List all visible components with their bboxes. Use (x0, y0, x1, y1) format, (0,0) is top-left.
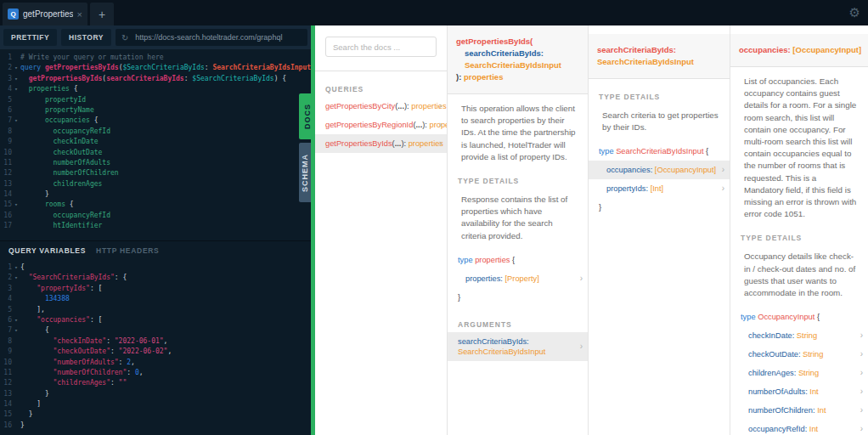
code-line: 17 htIdentifier (0, 221, 311, 231)
fold-arrow-icon[interactable]: ▾ (12, 63, 20, 73)
line-number: 3 (0, 74, 12, 84)
fold-arrow-icon[interactable]: ▾ (12, 116, 20, 126)
type-declaration: type OccupancyInput { (730, 308, 868, 326)
schema-side-tab[interactable]: SCHEMA (299, 143, 311, 202)
docs-search-input[interactable] (325, 37, 437, 57)
editor-panel: PRETTIFY HISTORY ↻ 1# Write your query o… (0, 25, 311, 435)
code-line: 9 "checkOutDate": "2022-06-02", (0, 347, 311, 357)
query-type-badge: Q (8, 8, 19, 20)
gutter-spacer (12, 368, 20, 378)
line-number: 16 (0, 211, 12, 221)
line-number: 14 (0, 399, 12, 410)
line-number: 1 (0, 53, 12, 63)
type-field-row[interactable]: propertyIds: [Int]› (589, 179, 730, 198)
fold-arrow-icon[interactable]: ▾ (12, 325, 20, 336)
gutter-spacer (12, 127, 20, 137)
chevron-right-icon: › (860, 424, 863, 434)
doc-column-operation: getPropertiesByIds(searchCriteriaByIds:S… (448, 25, 589, 435)
query-tab[interactable]: Q getPropertiesByIds × (3, 3, 87, 25)
line-number: 2 (0, 273, 12, 283)
gutter-spacer (12, 137, 20, 147)
line-number: 13 (0, 179, 12, 189)
code-line: 11 numberOfAdults (0, 158, 311, 168)
tab-close-icon[interactable]: × (77, 9, 82, 20)
line-number: 8 (0, 336, 12, 347)
chevron-right-icon: › (860, 405, 863, 415)
code-line: 16 occupancyRefId (0, 211, 311, 221)
new-tab-button[interactable]: + (90, 3, 114, 25)
fold-arrow-icon[interactable]: ▾ (12, 84, 20, 94)
settings-gear-icon[interactable]: ⚙ (849, 4, 860, 21)
query-editor[interactable]: 1# Write your query or mutation here2▾qu… (0, 49, 311, 244)
tab-http-headers[interactable]: HTTP HEADERS (96, 246, 159, 255)
code-line: 2▾query getPropertiesByIds($SearchCriter… (0, 63, 311, 73)
prettify-button[interactable]: PRETTIFY (3, 29, 57, 46)
code-line: 5 ], (0, 305, 311, 315)
reload-icon[interactable]: ↻ (121, 33, 128, 42)
chevron-right-icon: › (722, 165, 724, 175)
query-list-item[interactable]: getPropertiesByIds(...): properties› (315, 134, 447, 153)
code-line: 6▾ "occupancies": [ (0, 315, 311, 325)
fold-arrow-icon[interactable]: ▾ (12, 74, 20, 84)
doc-column-argument: searchCriteriaByIds:SearchCriteriaByIdsI… (589, 25, 730, 435)
gutter-spacer (12, 179, 20, 189)
code-line: 4▾ properties { (0, 84, 311, 94)
description-text: Response contains the list of properties… (461, 194, 578, 242)
variables-editor[interactable]: 1▾{2▾ "SearchCriteriaByIds": {3 "propert… (0, 259, 311, 431)
type-close-brace: } (448, 288, 588, 307)
tab-query-variables[interactable]: QUERY VARIABLES (8, 246, 86, 255)
line-number: 13 (0, 389, 12, 399)
history-button[interactable]: HISTORY (61, 29, 111, 46)
type-field-row[interactable]: checkOutDate: String› (730, 345, 868, 364)
gutter-spacer (12, 378, 20, 388)
type-field-row[interactable]: numberOfAdults: Int› (730, 382, 868, 401)
gutter-spacer (12, 211, 20, 221)
docs-side-tab[interactable]: DOCS (299, 93, 315, 139)
type-field-row[interactable]: checkInDate: String› (730, 326, 868, 345)
code-line: 3▾ getPropertiesByIds(searchCriteriaById… (0, 74, 311, 84)
line-number: 12 (0, 378, 12, 388)
fold-arrow-icon[interactable]: ▾ (12, 315, 20, 325)
doc-column-root: QUERIESgetPropertiesByCity(...): propert… (315, 25, 448, 435)
code-line: 11 "numberOfChildren": 0, (0, 368, 311, 378)
line-number: 12 (0, 168, 12, 178)
gutter-spacer (12, 221, 20, 231)
line-number: 14 (0, 189, 12, 200)
line-number: 11 (0, 158, 12, 168)
line-number: 3 (0, 284, 12, 294)
gutter-spacer (12, 105, 20, 116)
line-number: 10 (0, 148, 12, 158)
type-field-row[interactable]: properties: [Property]› (448, 269, 588, 288)
gutter-spacer (12, 358, 20, 368)
type-field-row[interactable]: occupancies: [OccupancyInput]› (589, 161, 730, 179)
gutter-spacer (12, 168, 20, 178)
type-field-row[interactable]: numberOfChildren: Int› (730, 401, 868, 420)
line-number: 2 (0, 63, 12, 73)
line-number: 5 (0, 305, 12, 315)
docs-explorer: QUERIESgetPropertiesByCity(...): propert… (315, 25, 868, 435)
fold-arrow-icon[interactable]: ▾ (12, 273, 20, 283)
code-line: 15▾ rooms { (0, 200, 311, 210)
fold-arrow-icon[interactable]: ▾ (12, 200, 20, 210)
chevron-right-icon: › (860, 387, 863, 397)
query-list-item[interactable]: getPropertiesByRegionId(...): properties… (315, 116, 447, 134)
type-field-row[interactable]: childrenAges: String› (730, 364, 868, 382)
doc-item-header: getPropertiesByIds(searchCriteriaByIds:S… (448, 25, 588, 94)
type-field-row[interactable]: occupancyRefId: Int› (730, 420, 868, 435)
endpoint-url-bar[interactable]: ↻ (116, 29, 307, 46)
section-label: TYPE DETAILS (599, 93, 719, 101)
code-line: 8 occupancyRefId (0, 127, 311, 137)
code-line: 10 "numberOfAdults": 2, (0, 358, 311, 368)
fold-arrow-icon[interactable]: ▾ (12, 263, 20, 273)
gutter-spacer (12, 421, 20, 431)
endpoint-url-input[interactable] (133, 32, 302, 42)
doc-item-header: searchCriteriaByIds:SearchCriteriaByIdsI… (589, 34, 730, 79)
query-list-item[interactable]: getPropertiesByCity(...): properties› (315, 97, 447, 116)
chevron-right-icon: › (860, 330, 863, 341)
chevron-right-icon: › (580, 342, 583, 352)
topbar: Q getPropertiesByIds × + ⚙ (0, 0, 868, 25)
argument-row[interactable]: searchCriteriaByIds:SearchCriteriaByIdsI… (448, 332, 588, 361)
description-text: Occupancy details like check-in / check-… (744, 251, 858, 299)
graphql-playground-window: Q getPropertiesByIds × + ⚙ PRETTIFY HIST… (0, 0, 868, 435)
type-declaration: type SearchCriteriaByIdsInput { (589, 142, 730, 161)
